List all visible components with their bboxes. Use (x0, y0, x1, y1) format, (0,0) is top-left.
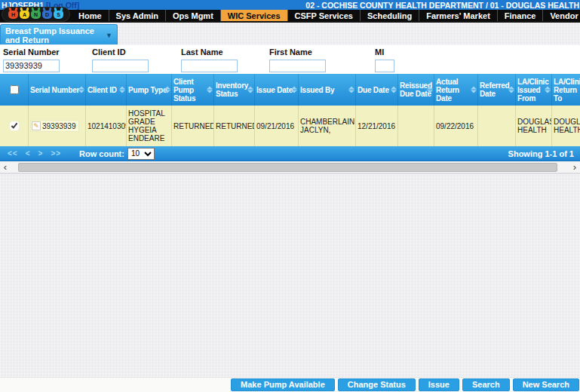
search-button[interactable]: Search (462, 378, 510, 391)
column-header-client-id: Client ID (86, 74, 127, 106)
column-header-la-clinic-issued-from: LA/Clinic Issued From (516, 74, 552, 106)
scroll-left-icon[interactable]: ‹ (0, 162, 11, 173)
make-pump-available-button[interactable]: Make Pump Available (231, 378, 335, 391)
tab-breast-pump-issuance-and-return[interactable]: Breast Pump Issuance and Return ▼ (0, 24, 118, 44)
pagination-bar: << < > >> Row count: 10 Showing 1-1 of 1 (0, 146, 580, 161)
scroll-right-icon[interactable]: › (569, 162, 580, 173)
cell-referred-date (478, 106, 516, 146)
menu-item-sys-admin[interactable]: Sys Admin (109, 10, 166, 21)
menu-item-scheduling[interactable]: Scheduling (361, 10, 419, 21)
menu-item-home[interactable]: Home (72, 10, 109, 21)
scrollbar-track[interactable] (11, 162, 569, 173)
select-all-checkbox[interactable] (10, 85, 19, 94)
sort-icon[interactable] (164, 87, 170, 93)
logo-hand-icon: S (54, 11, 63, 19)
grid-body: ✎393939391021410309HOSPITAL GRADE HYGEIA… (0, 106, 580, 146)
new-search-button[interactable]: New Search (513, 378, 579, 391)
cell-reissued-due-date (398, 106, 434, 146)
cell-issue-date: 09/21/2016 (255, 106, 299, 146)
cell-inventory-status: RETURNED (214, 106, 255, 146)
row-count-label: Row count: (79, 149, 124, 158)
menu-item-ops-mgmt[interactable]: Ops Mgmt (166, 10, 221, 21)
logo-hand-icon: A (20, 11, 29, 19)
app-window: HJOSEPH1[Log Off] 02 - COCHISE COUNTY HE… (0, 0, 580, 392)
column-label: Pump Type (128, 86, 167, 94)
column-header-issued-by: Issued By (299, 74, 356, 106)
hands-logo: HANDS (2, 7, 70, 22)
search-panel: Serial NumberClient IDLast NameFirst Nam… (0, 44, 580, 74)
menu-item-finance[interactable]: Finance (498, 10, 544, 21)
search-field-last-name: Last Name (181, 47, 238, 72)
serial-number-value: 39393939 (42, 122, 76, 130)
row-count-select[interactable]: 10 (127, 148, 155, 160)
select-all-checkbox-cell (0, 74, 29, 106)
last-name-input[interactable] (181, 60, 238, 72)
cell-actual-return-date: 09/22/2016 (434, 106, 478, 146)
column-header-la-clinic-return-to: LA/Clinic Return To (552, 74, 580, 106)
sort-icon[interactable] (207, 87, 213, 93)
logo-hand-icon: D (42, 11, 52, 19)
results-grid-viewport: Serial NumberClient IDPump TypeClient Pu… (0, 74, 580, 146)
first-page-button[interactable]: << (8, 149, 18, 158)
table-row: ✎393939391021410309HOSPITAL GRADE HYGEIA… (0, 106, 580, 146)
sort-icon[interactable] (471, 87, 477, 93)
column-label: Issued By (300, 86, 334, 94)
sort-icon[interactable] (427, 87, 433, 93)
column-header-referred-date: Referred Date (478, 74, 516, 106)
first-name-input[interactable] (269, 60, 326, 72)
search-field-mi: MI (375, 47, 394, 72)
sort-icon[interactable] (78, 87, 84, 93)
mi-input[interactable] (375, 60, 394, 72)
cell-due-date: 12/21/2016 (356, 106, 398, 146)
search-label-serial-number: Serial Number (3, 47, 60, 57)
search-label-first-name: First Name (269, 47, 326, 57)
cell-client-id: 1021410309 (86, 106, 127, 146)
showing-count: Showing 1-1 of 1 (155, 149, 574, 158)
column-label: Issue Date (256, 86, 293, 94)
column-header-serial-number: Serial Number (29, 74, 86, 106)
column-header-inventory-status: Inventory Status (214, 74, 255, 106)
search-label-client-id: Client ID (92, 47, 149, 57)
change-status-button[interactable]: Change Status (338, 378, 416, 391)
chevron-down-icon[interactable]: ▼ (106, 31, 112, 40)
sort-icon[interactable] (119, 87, 125, 93)
column-header-actual-return-date: Actual Return Date (434, 74, 478, 106)
tab-label: Breast Pump Issuance and Return (5, 26, 94, 44)
serial-number-link[interactable]: ✎39393939 (30, 120, 79, 132)
empty-workspace (0, 173, 580, 377)
cell-serial-number: ✎39393939 (29, 106, 86, 146)
sort-icon[interactable] (291, 87, 297, 93)
row-checkbox-cell (0, 106, 29, 146)
next-page-button[interactable]: > (38, 149, 44, 158)
search-label-last-name: Last Name (181, 47, 238, 57)
column-header-reissued-due-date: Reissued Due Date (398, 74, 434, 106)
client-id-input[interactable] (92, 60, 149, 72)
row-checkbox[interactable] (10, 121, 19, 130)
last-page-button[interactable]: >> (51, 149, 61, 158)
sort-icon[interactable] (508, 87, 514, 93)
page-content: Breast Pump Issuance and Return ▼ Serial… (0, 23, 580, 392)
column-header-due-date: Due Date (356, 74, 398, 106)
sort-icon[interactable] (348, 87, 354, 93)
prev-page-button[interactable]: < (26, 149, 31, 158)
scrollbar-thumb[interactable] (18, 163, 557, 172)
grid-header-row: Serial NumberClient IDPump TypeClient Pu… (0, 74, 580, 106)
sort-icon[interactable] (247, 87, 253, 93)
menu-item-vendor[interactable]: Vendor (543, 10, 580, 21)
cell-la-clinic-return-to: DOUGLAS HEALTH (552, 106, 580, 146)
issue-button[interactable]: Issue (419, 378, 459, 391)
search-label-mi: MI (375, 47, 394, 57)
menu-item-csfp-services[interactable]: CSFP Services (288, 10, 361, 21)
menu-item-wic-services[interactable]: WIC Services (221, 10, 288, 21)
column-label: Due Date (358, 86, 389, 94)
cell-client-pump-status: RETURNED (172, 106, 214, 146)
search-field-serial-number: Serial Number (3, 47, 60, 72)
logo-hand-icon: N (31, 11, 41, 19)
serial-number-input[interactable] (3, 60, 60, 72)
menu-item-farmers-market[interactable]: Farmers' Market (419, 10, 498, 21)
sort-icon[interactable] (391, 87, 397, 93)
sort-icon[interactable] (545, 87, 551, 93)
search-field-first-name: First Name (269, 47, 326, 72)
logo-hand-icon: H (8, 11, 18, 19)
column-header-pump-type: Pump Type (127, 74, 172, 106)
